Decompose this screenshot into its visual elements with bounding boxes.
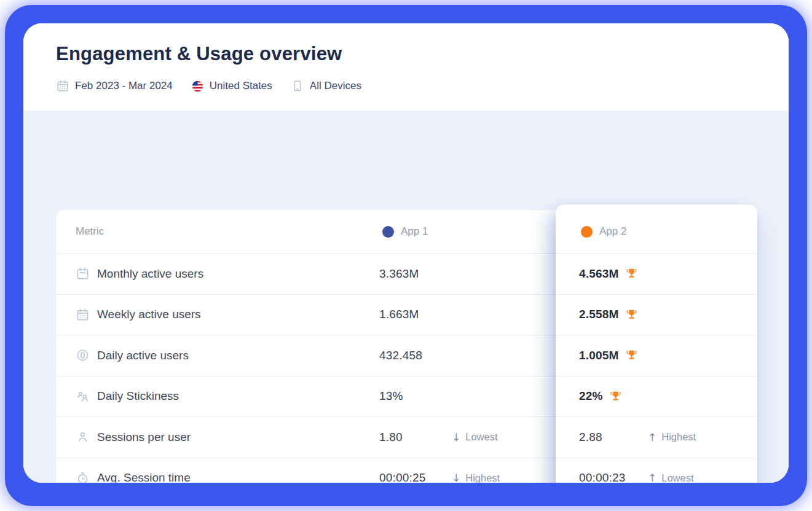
app1-value: 1.663M <box>379 308 419 321</box>
trend-arrow-up-icon: ↑ <box>648 472 656 483</box>
app2-value: 1.005M <box>579 349 638 362</box>
user-icon <box>76 430 90 444</box>
trend-arrow-up-icon: ↑ <box>648 431 656 443</box>
app2-value: 2.88 <box>579 431 602 444</box>
app2-table-row: 2.88↑Highest <box>557 416 756 458</box>
app2-dot-icon <box>581 226 593 238</box>
app1-value: 1.80 <box>379 431 403 444</box>
users-icon <box>76 389 90 404</box>
metric-label: Weekly active users <box>97 308 201 321</box>
app1-dot-icon <box>382 226 394 238</box>
app2-value: 22% <box>579 389 622 403</box>
app1-column-header: App 1 <box>401 225 428 238</box>
device-icon <box>291 79 304 93</box>
app2-table-row: 00:00:23↑Lowest <box>557 458 756 483</box>
trophy-icon <box>625 308 638 321</box>
trend-indicator: ↑Lowest <box>648 472 694 483</box>
page-title: Engagement & Usage overview <box>56 43 342 65</box>
app2-column-header: App 2 <box>599 225 626 238</box>
date-range-label: Feb 2023 - Mar 2024 <box>75 80 173 92</box>
trend-label: Lowest <box>661 472 693 483</box>
app2-value: 4.563M <box>579 267 638 281</box>
daily-circle-icon <box>76 348 90 362</box>
country-label: United States <box>210 80 272 92</box>
filter-row: Feb 2023 - Mar 2024 <box>56 79 361 93</box>
app2-table-row: 1.005M <box>557 335 756 376</box>
app-window: Engagement & Usage overview Feb 2023 - M… <box>23 23 789 483</box>
app1-value: 13% <box>379 389 403 403</box>
metric-column-header: Metric <box>76 225 104 238</box>
calendar-range-icon <box>56 79 69 93</box>
metric-label: Monthly active users <box>97 267 203 281</box>
app2-winner-card: App 2 4.563M2.558M1.005M22%2.88↑Highest0… <box>556 205 757 483</box>
trend-indicator: ↓Lowest <box>452 431 498 443</box>
metric-label: Daily Stickiness <box>97 389 179 403</box>
device-filter[interactable]: All Devices <box>291 79 361 93</box>
us-flag-icon <box>191 80 204 93</box>
date-range-filter[interactable]: Feb 2023 - Mar 2024 <box>56 79 173 93</box>
calendar-line-icon <box>76 267 90 281</box>
app1-value: 3.363M <box>379 267 419 281</box>
content-panel: Metric App 1 Monthly active users3.363MW… <box>23 111 789 483</box>
app2-value: 00:00:23 <box>579 471 626 483</box>
metric-label: Daily active users <box>97 349 189 362</box>
trophy-icon <box>625 267 638 280</box>
trend-label: Highest <box>465 472 500 483</box>
trophy-icon <box>625 349 638 362</box>
app1-value: 432.458 <box>379 349 422 362</box>
trend-indicator: ↑Highest <box>648 431 696 443</box>
trend-arrow-down-icon: ↓ <box>452 431 460 443</box>
app1-value: 00:00:25 <box>379 471 426 483</box>
page-header: Engagement & Usage overview Feb 2023 - M… <box>23 23 789 111</box>
app2-table-row: 2.558M <box>557 294 756 335</box>
app2-table-row: 4.563M <box>557 253 756 294</box>
app2-value: 2.558M <box>579 308 638 321</box>
country-filter[interactable]: United States <box>191 80 272 93</box>
trophy-icon <box>609 390 622 403</box>
trend-label: Highest <box>661 431 696 443</box>
trend-label: Lowest <box>465 431 497 443</box>
trend-indicator: ↓Highest <box>452 472 500 483</box>
device-label: All Devices <box>310 80 361 92</box>
trend-arrow-down-icon: ↓ <box>452 472 460 483</box>
metric-label: Avg. Session time <box>97 471 191 483</box>
app2-header-row: App 2 <box>556 210 757 253</box>
metric-label: Sessions per user <box>97 431 191 444</box>
stopwatch-icon <box>76 471 90 483</box>
calendar-dots-icon <box>76 308 90 322</box>
app2-table-row: 22% <box>557 376 756 417</box>
